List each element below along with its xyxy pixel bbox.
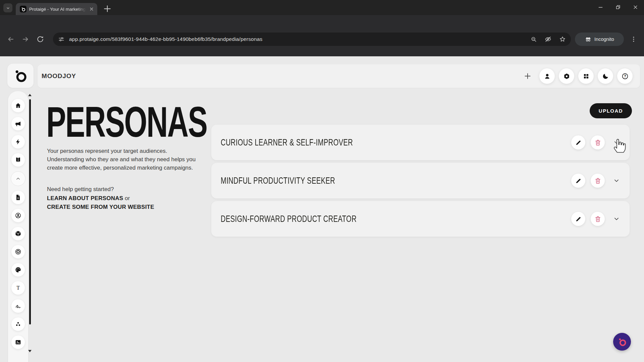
sidebar-item-lightning[interactable] — [11, 135, 25, 148]
target-icon — [15, 248, 21, 255]
conjunction-text: or — [125, 195, 130, 201]
browser-menu-button[interactable] — [629, 34, 639, 45]
pencil-icon — [575, 139, 582, 146]
typography-icon: T — [15, 285, 21, 291]
sidebar-item-document[interactable] — [11, 191, 25, 204]
edit-persona-button[interactable] — [571, 174, 585, 188]
sidebar-item-image[interactable] — [11, 336, 25, 349]
moon-icon — [602, 73, 609, 80]
header-user-button[interactable] — [539, 68, 555, 84]
tab-search-button[interactable] — [3, 3, 12, 12]
persona-actions — [571, 135, 622, 149]
cube-icon — [15, 230, 21, 237]
chevron-up-icon — [15, 175, 21, 182]
header-grid-button[interactable] — [578, 68, 594, 84]
browser-tab[interactable]: Protaigé - Your AI marketing pla — [16, 3, 97, 15]
grid-icon — [583, 73, 590, 80]
window-close-button[interactable] — [627, 0, 644, 14]
svg-text:?: ? — [624, 74, 626, 78]
sidebar-item-book[interactable] — [11, 153, 25, 167]
chevron-down-icon — [611, 176, 622, 187]
window-restore-button[interactable] — [609, 0, 627, 14]
address-bar[interactable]: app.protaige.com/583f9601-944b-462e-bb95… — [53, 33, 571, 46]
header-actions: ? — [523, 68, 633, 84]
expand-persona-button[interactable] — [611, 137, 622, 147]
tab-title: Protaigé - Your AI marketing pla — [29, 7, 86, 12]
palette-icon — [15, 266, 21, 273]
zoom-icon[interactable] — [530, 36, 537, 43]
persona-name: DESIGN-FORWARD PRODUCT CREATOR — [221, 214, 473, 224]
pencil-icon — [575, 216, 582, 222]
header-gear-button[interactable] — [559, 68, 574, 84]
scroll-down-arrow-icon[interactable] — [28, 350, 32, 352]
delete-persona-button[interactable] — [591, 135, 605, 149]
assistant-fab[interactable] — [613, 333, 631, 351]
upload-button[interactable]: UPLOAD — [590, 103, 632, 118]
sidebar-item-signature[interactable] — [11, 299, 25, 313]
book-icon — [15, 157, 21, 163]
protaige-logo-icon — [617, 337, 627, 347]
megaphone-icon — [15, 120, 21, 127]
user-circle-icon — [15, 212, 21, 219]
sidebar-item-dots[interactable] — [11, 317, 25, 331]
edit-persona-button[interactable] — [571, 135, 585, 149]
sidebar-item-chevron-up[interactable] — [11, 171, 25, 186]
document-icon — [15, 194, 21, 201]
app-header: MOODJOY ? — [38, 64, 640, 88]
page-title: PERSONAS — [46, 101, 207, 143]
add-button[interactable] — [523, 72, 532, 80]
reload-icon — [35, 34, 46, 46]
expand-persona-button[interactable] — [611, 214, 622, 224]
help-prompt: Need help getting started? — [47, 185, 154, 194]
help-icon: ? — [622, 73, 629, 80]
header-help-button[interactable]: ? — [617, 68, 633, 84]
header-moon-button[interactable] — [598, 68, 613, 84]
sidebar-item-target[interactable] — [11, 245, 25, 258]
edit-persona-button[interactable] — [571, 212, 585, 226]
create-from-website-link[interactable]: CREATE SOME FROM YOUR WEBSITE — [47, 204, 154, 210]
trash-icon — [594, 139, 601, 146]
sidebar-item-user-circle[interactable] — [11, 209, 25, 222]
reload-button[interactable] — [35, 34, 46, 45]
restore-icon — [614, 4, 622, 11]
sidebar-item-home[interactable] — [11, 99, 25, 112]
delete-persona-button[interactable] — [591, 212, 605, 226]
browser-chrome: Protaigé - Your AI marketing pla app.pro… — [0, 0, 644, 56]
persona-row[interactable]: MINDFUL PRODUCTIVITY SEEKER — [211, 163, 630, 198]
persona-actions — [571, 212, 622, 226]
bookmark-star-icon[interactable] — [559, 36, 566, 43]
lightning-icon — [15, 138, 21, 145]
sidebar-item-palette[interactable] — [11, 263, 25, 277]
delete-persona-button[interactable] — [591, 174, 605, 188]
minimize-icon — [597, 4, 604, 11]
site-settings-icon[interactable] — [58, 36, 65, 43]
sidebar-item-typography[interactable]: T — [11, 281, 25, 295]
back-button[interactable] — [5, 34, 16, 45]
chevron-down-icon — [611, 137, 622, 148]
back-arrow-icon — [5, 34, 16, 46]
forward-button[interactable] — [20, 34, 31, 45]
scroll-up-arrow-icon[interactable] — [28, 94, 32, 96]
close-icon — [89, 6, 95, 12]
window-minimize-button[interactable] — [592, 0, 609, 14]
brand-name: MOODJOY — [42, 72, 76, 80]
image-icon — [15, 339, 21, 346]
learn-about-personas-link[interactable]: LEARN ABOUT PERSONAS — [47, 195, 123, 201]
persona-row[interactable]: DESIGN-FORWARD PRODUCT CREATOR — [211, 201, 630, 237]
url-text: app.protaige.com/583f9601-944b-462e-bb95… — [69, 36, 526, 42]
tab-close-button[interactable] — [89, 6, 95, 12]
incognito-label: Incognito — [594, 37, 614, 42]
expand-persona-button[interactable] — [611, 176, 622, 186]
gear-icon — [563, 73, 570, 80]
preview-hidden-icon[interactable] — [544, 36, 552, 43]
sidebar-item-megaphone[interactable] — [11, 117, 25, 130]
help-block: Need help getting started? LEARN ABOUT P… — [47, 185, 154, 212]
sidebar-item-cube[interactable] — [11, 227, 25, 240]
persona-row[interactable]: CURIOUS LEARNER & SELF-IMPROVER — [211, 125, 630, 160]
new-tab-button[interactable] — [102, 4, 112, 14]
screen: Protaigé - Your AI marketing pla app.pro… — [0, 0, 644, 362]
browser-toolbar: app.protaige.com/583f9601-944b-462e-bb95… — [0, 15, 644, 34]
app-logo[interactable] — [7, 64, 34, 88]
sidebar-scrollbar[interactable] — [29, 99, 31, 324]
dots-icon — [15, 321, 21, 327]
